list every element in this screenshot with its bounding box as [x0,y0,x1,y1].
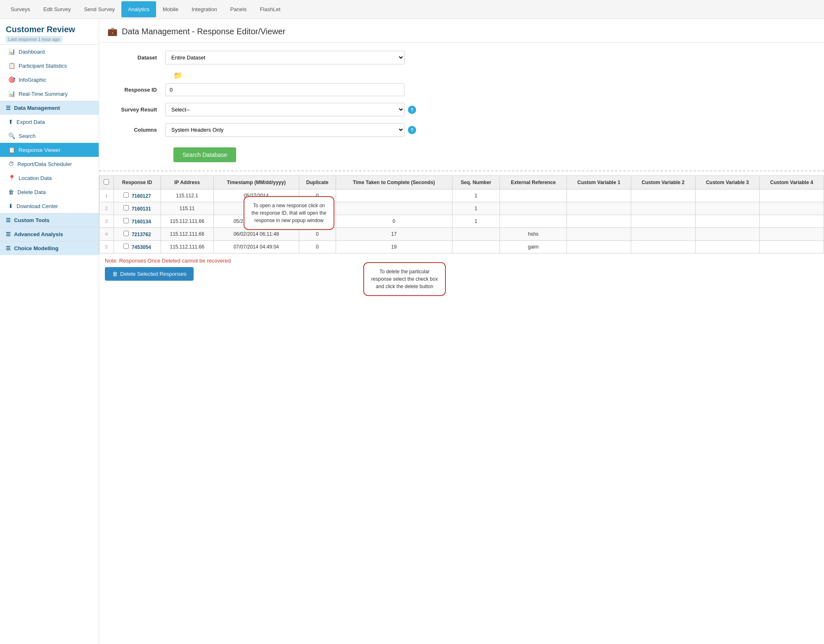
delete-selected-button[interactable]: 🗑 Delete Selected Responses [105,267,194,281]
sidebar-item-participant-statistics[interactable]: 📋 Participant Statistics [0,59,99,73]
select-all-checkbox[interactable] [104,179,109,185]
page-title: Data Management - Response Editor/Viewer [122,27,286,36]
response-id-link[interactable]: 7160131 [132,206,151,212]
table-container: Response ID IP Address Timestamp (MM/dd/… [99,175,824,253]
participant-icon: 📋 [8,62,15,69]
dataset-select[interactable]: Entire Dataset [165,51,405,64]
ext-ref-cell [500,202,567,215]
cv3-cell [695,202,760,215]
sidebar-section-label: Choice Modelling [14,245,59,251]
response-id-link[interactable]: 7160127 [132,193,151,199]
table-row: 2 7160131 115.11 0 1 [99,202,824,215]
row-checkbox[interactable] [123,192,129,198]
sidebar-section-custom-tools[interactable]: ☰ Custom Tools [0,213,99,227]
cv4-cell [760,189,824,202]
col-timestamp: Timestamp (MM/dd/yyyy) [213,176,299,189]
sidebar-item-search[interactable]: 🔍 Search [0,129,99,143]
sidebar-section-label: Custom Tools [14,217,50,223]
col-cv3: Custom Variable 3 [695,176,760,189]
content-area: 💼 Data Management - Response Editor/View… [99,19,824,644]
survey-result-select[interactable]: Select-- [165,103,405,116]
trash-icon: 🗑 [112,271,118,277]
col-response-id: Response ID [114,176,161,189]
nav-mobile[interactable]: Mobile [156,1,185,17]
sidebar: Customer Review Last response 1 hour ago… [0,19,99,644]
cv1-cell [567,215,631,228]
download-icon: ⬇ [8,203,13,209]
choice-icon: ☰ [6,245,11,251]
col-ip: IP Address [161,176,213,189]
nav-send-survey[interactable]: Send Survey [77,1,121,17]
folder-icon[interactable]: 📁 [173,71,182,80]
search-database-button[interactable]: Search Database [173,147,236,162]
sidebar-item-label: Report/Data Scheduler [17,161,72,167]
row-checkbox[interactable] [123,205,129,211]
sidebar-item-download-center[interactable]: ⬇ Download Center [0,199,99,213]
duplicate-cell: 0 [299,241,336,253]
custom-tools-icon: ☰ [6,217,11,223]
nav-edit-survey[interactable]: Edit Survey [37,1,77,17]
realtime-icon: 📊 [8,90,15,97]
response-id-input[interactable] [165,83,405,96]
row-num: 5 [99,241,114,253]
row-checkbox[interactable] [123,218,129,223]
scheduler-icon: ⏱ [8,161,14,167]
dataset-row: Dataset Entire Dataset [111,51,812,64]
row-num: 3 [99,215,114,228]
infographic-icon: 🎯 [8,76,15,83]
cv3-cell [695,228,760,241]
ext-ref-cell: hshs [500,228,567,241]
sidebar-item-export-data[interactable]: ⬆ Export Data [0,115,99,129]
sidebar-item-delete-data[interactable]: 🗑 Delete Data [0,185,99,199]
sidebar-item-report-scheduler[interactable]: ⏱ Report/Data Scheduler [0,157,99,171]
timestamp-cell: 07/07/2014 04:49:04 [213,241,299,253]
seq-num-cell: 1 [452,215,500,228]
col-cv2: Custom Variable 2 [631,176,695,189]
cv2-cell [631,215,695,228]
sidebar-section-data-management[interactable]: ☰ Data Management [0,101,99,115]
folder-row: 📁 [173,71,812,80]
sidebar-item-location-data[interactable]: 📍 Location Data [0,171,99,185]
nav-analytics[interactable]: Analytics [121,1,156,17]
sidebar-item-label: InfoGraphic [19,77,46,83]
search-icon: 🔍 [8,133,15,139]
tooltip-delete: To delete the particular response select… [363,262,446,296]
table-row: 4 7213762 115.112.111.66 06/02/2014 06:1… [99,228,824,241]
response-id-link[interactable]: 7160134 [132,219,151,225]
cv4-cell [760,228,824,241]
delete-note: Note: Responses Once Deleted cannot be r… [105,258,818,264]
bottom-area: Note: Responses Once Deleted cannot be r… [99,253,824,285]
col-time-taken: Time Taken to Complete (Seconds) [336,176,452,189]
response-id-link[interactable]: 7213762 [132,232,151,237]
col-seq-num: Seq. Number [452,176,500,189]
columns-help-icon[interactable]: ? [408,126,416,134]
cv1-cell [567,202,631,215]
survey-result-help-icon[interactable]: ? [408,106,416,114]
response-id-row: Response ID [111,83,812,96]
sidebar-item-response-viewer[interactable]: 📋 Response Viewer [0,143,99,157]
export-icon: ⬆ [8,118,13,125]
row-checkbox[interactable] [123,231,129,236]
cv1-cell [567,228,631,241]
response-id-link[interactable]: 7453054 [132,244,151,250]
cv3-cell [695,215,760,228]
row-num: 1 [99,189,114,202]
nav-panels[interactable]: Panels [224,1,253,17]
ip-cell: 115.112.111.66 [161,215,213,228]
row-checkbox[interactable] [123,244,129,249]
sidebar-section-choice-modelling[interactable]: ☰ Choice Modelling [0,242,99,255]
sidebar-item-realtime-summary[interactable]: 📊 Real-Time Summary [0,87,99,101]
nav-surveys[interactable]: Surveys [4,1,37,17]
dataset-label: Dataset [111,54,165,61]
row-num: 2 [99,202,114,215]
nav-flashlet[interactable]: FlashLet [253,1,287,17]
sidebar-item-dashboard[interactable]: 📊 Dashboard [0,45,99,59]
columns-select[interactable]: System Headers Only [165,123,405,137]
sidebar-item-label: Delete Data [17,189,46,195]
sidebar-item-infographic[interactable]: 🎯 InfoGraphic [0,73,99,87]
survey-result-label: Survey Result [111,107,165,113]
nav-integration[interactable]: Integration [185,1,223,17]
sidebar-item-label: Search [19,133,36,139]
tooltip-response-click: To open a new response click on the resp… [244,196,334,230]
sidebar-section-advanced-analysis[interactable]: ☰ Advanced Analysis [0,227,99,241]
